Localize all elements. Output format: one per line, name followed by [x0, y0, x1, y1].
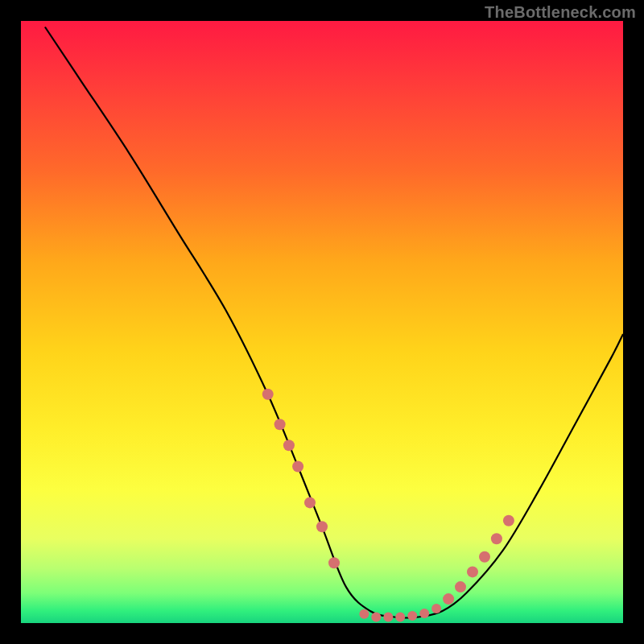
data-marker: [328, 557, 340, 568]
data-marker: [395, 613, 405, 622]
data-marker: [419, 609, 429, 618]
chart-frame: TheBottleneck.com: [0, 0, 644, 644]
data-marker: [479, 551, 490, 563]
chart-svg: [21, 21, 623, 623]
data-marker: [359, 609, 369, 619]
bottleneck-curve: [45, 27, 623, 618]
chart-plot-area: [21, 21, 623, 623]
data-marker: [383, 613, 393, 622]
data-marker: [455, 581, 466, 592]
data-marker: [316, 521, 328, 532]
data-marker: [431, 604, 441, 613]
data-marker: [275, 419, 286, 430]
data-marker: [283, 440, 295, 451]
data-marker: [407, 611, 417, 621]
data-marker: [491, 533, 502, 544]
data-marker: [371, 613, 381, 622]
data-marker: [262, 389, 274, 400]
data-marker: [292, 461, 303, 473]
data-markers: [262, 389, 514, 622]
watermark-text: TheBottleneck.com: [485, 3, 636, 22]
data-marker: [443, 593, 454, 605]
data-marker: [304, 497, 316, 508]
data-marker: [467, 566, 478, 577]
data-marker: [503, 515, 514, 526]
